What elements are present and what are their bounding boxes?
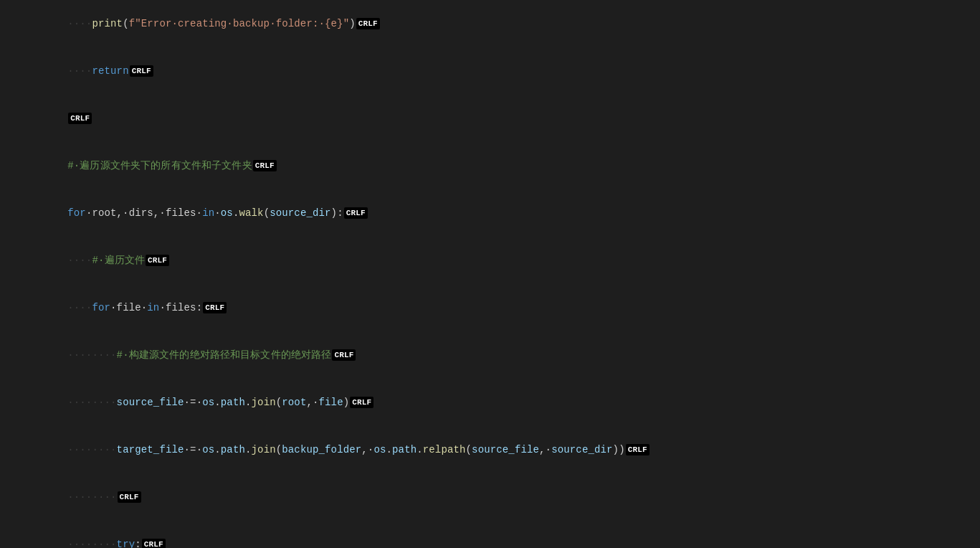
code-line-8: ········#·构建源文件的绝对路径和目标文件的绝对路径CRLF bbox=[0, 331, 980, 379]
line-content-3: CRLF bbox=[25, 95, 980, 142]
code-line-2: ····returnCRLF bbox=[0, 47, 980, 95]
line-content-4: #·遍历源文件夹下的所有文件和子文件夹CRLF bbox=[25, 142, 980, 189]
line-content-7: ····for·file·in·files:CRLF bbox=[25, 284, 980, 331]
code-line-6: ····#·遍历文件CRLF bbox=[0, 237, 980, 284]
line-content-5: for·root,·dirs,·files·in·os.walk(source_… bbox=[25, 189, 980, 237]
line-content-8: ········#·构建源文件的绝对路径和目标文件的绝对路径CRLF bbox=[25, 331, 980, 379]
code-line-11: ········CRLF bbox=[0, 473, 980, 521]
code-editor: ····print(f"Error·creating·backup·folder… bbox=[0, 0, 980, 548]
code-line-5: for·root,·dirs,·files·in·os.walk(source_… bbox=[0, 189, 980, 237]
code-line-9: ········source_file·=·os.path.join(root,… bbox=[0, 379, 980, 426]
code-line-12: ········try:CRLF bbox=[0, 521, 980, 548]
code-line-7: ····for·file·in·files:CRLF bbox=[0, 284, 980, 331]
line-content-10: ········target_file·=·os.path.join(backu… bbox=[25, 426, 980, 473]
line-content-12: ········try:CRLF bbox=[25, 521, 980, 548]
line-content-2: ····returnCRLF bbox=[25, 47, 980, 95]
line-content-6: ····#·遍历文件CRLF bbox=[25, 237, 980, 284]
line-content-9: ········source_file·=·os.path.join(root,… bbox=[25, 379, 980, 426]
line-content-11: ········CRLF bbox=[25, 473, 980, 521]
code-line-4: #·遍历源文件夹下的所有文件和子文件夹CRLF bbox=[0, 142, 980, 189]
code-line-3: CRLF bbox=[0, 95, 980, 142]
code-line-10: ········target_file·=·os.path.join(backu… bbox=[0, 426, 980, 473]
code-line-1: ····print(f"Error·creating·backup·folder… bbox=[0, 0, 980, 47]
line-content-1: ····print(f"Error·creating·backup·folder… bbox=[25, 0, 980, 47]
